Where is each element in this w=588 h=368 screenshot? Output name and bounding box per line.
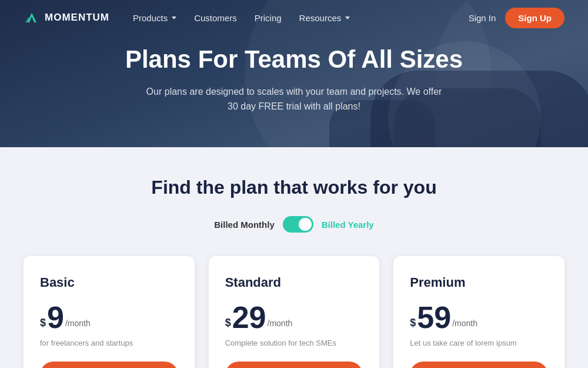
- sign-up-button[interactable]: Sign Up: [505, 8, 564, 28]
- toggle-thumb: [299, 218, 312, 231]
- price-amount: 9: [47, 302, 64, 333]
- navigation: MOMENTUM Products Customers Pricing Reso…: [0, 0, 588, 35]
- price-dollar-sign: $: [225, 317, 231, 329]
- price-period: /month: [268, 319, 293, 328]
- price-amount: 29: [232, 302, 266, 333]
- plan-price: $ 9 /month: [40, 302, 178, 333]
- nav-resources[interactable]: Resources: [299, 13, 350, 23]
- plan-cta-button[interactable]: Sign Up Now: [225, 362, 363, 368]
- plan-name: Standard: [225, 275, 363, 290]
- sign-in-button[interactable]: Sign In: [469, 13, 496, 23]
- plan-description: Complete solution for tech SMEs: [225, 339, 363, 347]
- price-amount: 59: [417, 302, 451, 333]
- plan-name: Basic: [40, 275, 178, 290]
- plan-card-basic: Basic $ 9 /month for freelancers and sta…: [24, 256, 195, 368]
- pricing-section: Find the plan that works for you Billed …: [0, 147, 588, 368]
- nav-pricing[interactable]: Pricing: [255, 13, 282, 23]
- logo-text: MOMENTUM: [45, 12, 109, 24]
- plan-price: $ 59 /month: [410, 302, 548, 333]
- nav-products[interactable]: Products: [133, 13, 176, 23]
- price-period: /month: [452, 319, 477, 328]
- hero-title: Plans For Teams Of All Sizes: [125, 45, 463, 74]
- plan-cta-button[interactable]: Sign Up Now: [410, 362, 548, 368]
- nav-customers[interactable]: Customers: [194, 13, 237, 23]
- billing-yearly-label: Billed Yearly: [322, 220, 374, 230]
- plan-name: Premium: [410, 275, 548, 290]
- logo[interactable]: MOMENTUM: [24, 9, 109, 26]
- products-dropdown-icon: [172, 16, 176, 19]
- plan-description: Let us take care of lorem ipsum: [410, 339, 548, 347]
- plans-grid: Basic $ 9 /month for freelancers and sta…: [24, 256, 564, 368]
- hero-subtitle: Our plans are designed to scales with yo…: [141, 84, 447, 114]
- price-dollar-sign: $: [40, 317, 46, 329]
- logo-icon: [24, 9, 40, 26]
- billing-toggle[interactable]: [283, 216, 313, 233]
- plan-card-premium: Premium $ 59 /month Let us take care of …: [393, 256, 564, 368]
- plan-card-standard: Standard $ 29 /month Complete solution f…: [209, 256, 380, 368]
- resources-dropdown-icon: [345, 16, 350, 19]
- plan-description: for freelancers and startups: [40, 339, 178, 347]
- billing-monthly-label: Billed Monthly: [214, 220, 275, 230]
- nav-links: Products Customers Pricing Resources: [133, 13, 469, 23]
- nav-right: Sign In Sign Up: [469, 8, 564, 28]
- billing-toggle-area: Billed Monthly Billed Yearly: [214, 216, 373, 233]
- price-period: /month: [65, 319, 91, 328]
- price-dollar-sign: $: [410, 317, 416, 329]
- plan-price: $ 29 /month: [225, 302, 363, 333]
- pricing-title: Find the plan that works for you: [151, 177, 436, 198]
- plan-cta-button[interactable]: Get Started: [40, 362, 178, 368]
